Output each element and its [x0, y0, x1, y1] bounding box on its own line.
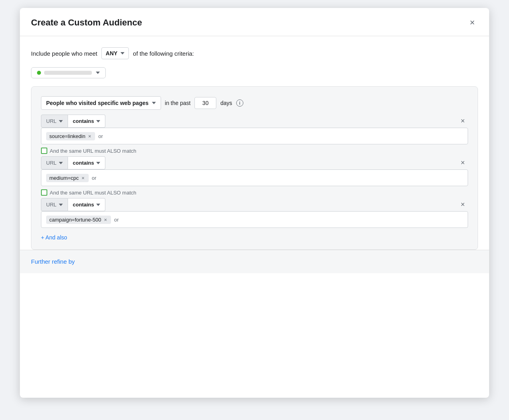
further-refine-section: Further refine by [20, 250, 489, 273]
pixel-status-dot [37, 71, 41, 75]
tag-input-box-2[interactable]: medium=cpc × or [41, 169, 468, 186]
tag-close-3[interactable]: × [103, 217, 108, 222]
contains-button-1[interactable]: contains [68, 115, 105, 128]
url-filter-row-outer-2: URL contains × [41, 156, 468, 169]
also-match-icon-2 [41, 189, 47, 196]
url-chevron-icon-3 [59, 204, 63, 206]
pixel-selector[interactable] [31, 67, 106, 78]
criteria-suffix: of the following criteria: [133, 50, 194, 57]
page-type-label: People who visited specific web pages [46, 100, 149, 106]
url-filter-block-2: URL contains × medium=cpc × [41, 156, 468, 186]
modal-title: Create a Custom Audience [31, 18, 142, 28]
url-filter-controls-2: URL contains [41, 156, 454, 169]
criteria-header: Include people who meet ANY of the follo… [31, 47, 478, 59]
page-type-dropdown[interactable]: People who visited specific web pages [41, 96, 161, 110]
modal-body: Include people who meet ANY of the follo… [20, 36, 489, 250]
any-dropdown[interactable]: ANY [101, 47, 129, 59]
tag-input-box-1[interactable]: source=linkedin × or [41, 128, 468, 144]
tag-close-2[interactable]: × [81, 175, 85, 181]
pixel-name-bar [44, 71, 92, 75]
page-type-row: People who visited specific web pages in… [41, 96, 468, 110]
info-icon[interactable]: i [236, 99, 243, 107]
url-button-1[interactable]: URL [41, 115, 68, 128]
rules-container: People who visited specific web pages in… [31, 86, 478, 250]
or-text-3: or [114, 217, 119, 223]
further-refine-link[interactable]: Further refine by [31, 258, 75, 265]
also-match-icon-1 [41, 148, 47, 154]
any-chevron-icon [120, 52, 124, 54]
contains-chevron-icon-2 [96, 162, 100, 164]
also-match-1: And the same URL must ALSO match [41, 148, 468, 154]
tag-1: source=linkedin × [46, 132, 95, 140]
contains-button-2[interactable]: contains [68, 156, 105, 169]
url-filter-row-outer-1: URL contains × [41, 115, 468, 128]
page-type-chevron-icon [152, 102, 156, 104]
and-also-button[interactable]: + And also [41, 231, 67, 242]
url-chevron-icon-2 [59, 162, 63, 164]
contains-chevron-icon-1 [96, 120, 100, 122]
close-button[interactable]: × [466, 17, 478, 29]
url-chevron-icon-1 [59, 120, 63, 122]
tag-input-box-3[interactable]: campaign=fortune-500 × or [41, 211, 468, 228]
url-filter-row-outer-3: URL contains × [41, 198, 468, 211]
tag-close-1[interactable]: × [87, 134, 92, 139]
tag-3: campaign=fortune-500 × [46, 216, 111, 224]
url-filter-controls-1: URL contains [41, 115, 454, 128]
contains-chevron-icon-3 [96, 204, 100, 206]
url-button-3[interactable]: URL [41, 198, 68, 211]
pixel-chevron-icon [96, 72, 100, 74]
filter-close-2[interactable]: × [457, 157, 468, 169]
url-filter-controls-3: URL contains [41, 198, 454, 211]
also-match-2: And the same URL must ALSO match [41, 189, 468, 196]
or-text-1: or [98, 133, 103, 139]
url-filter-block-3: URL contains × campaign=fortune-500 × [41, 198, 468, 228]
contains-button-3[interactable]: contains [68, 198, 105, 211]
filter-close-1[interactable]: × [457, 115, 468, 127]
tag-2: medium=cpc × [46, 174, 89, 182]
in-past-text: in the past [165, 100, 191, 106]
or-text-2: or [92, 175, 97, 181]
filter-close-3[interactable]: × [457, 199, 468, 210]
days-input[interactable] [194, 97, 216, 109]
url-button-2[interactable]: URL [41, 156, 68, 169]
modal-header: Create a Custom Audience × [20, 8, 489, 36]
days-label: days [220, 100, 232, 106]
criteria-prefix: Include people who meet [31, 50, 97, 57]
url-filter-block-1: URL contains × source=linkedin × [41, 115, 468, 144]
create-custom-audience-modal: Create a Custom Audience × Include peopl… [20, 8, 489, 398]
